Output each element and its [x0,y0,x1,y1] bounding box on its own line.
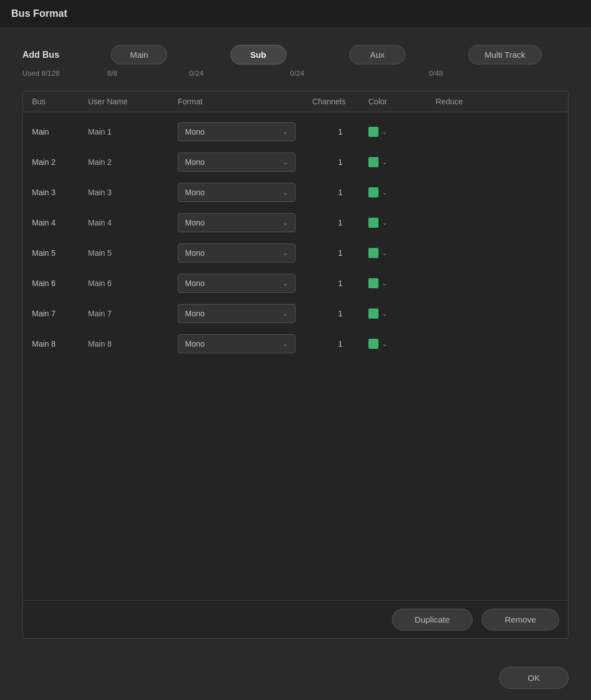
format-dropdown-5[interactable]: Mono ⌄ [178,274,296,293]
format-value-1: Mono [185,158,205,167]
format-value-0: Mono [185,127,205,136]
color-cell-0: ⌄ [368,127,436,137]
color-cell-2: ⌄ [368,187,436,197]
table-row: Main 7 Main 7 Mono ⌄ 1 ⌄ [23,298,568,329]
chevron-down-icon: ⌄ [283,188,288,196]
window-title: Bus Format [11,8,67,19]
chevron-down-icon: ⌄ [283,249,288,257]
channels-5: 1 [312,279,368,288]
table-body: Main Main 1 Mono ⌄ 1 ⌄ [23,112,568,600]
color-swatch-4[interactable] [368,248,378,258]
remove-button[interactable]: Remove [482,609,559,630]
color-cell-5: ⌄ [368,278,436,288]
chevron-down-icon: ⌄ [283,279,288,287]
channels-0: 1 [312,127,368,136]
channels-3: 1 [312,218,368,227]
color-chevron-icon-3[interactable]: ⌄ [382,219,387,227]
table-row: Main 2 Main 2 Mono ⌄ 1 ⌄ [23,147,568,177]
table-row: Main 5 Main 5 Mono ⌄ 1 ⌄ [23,238,568,268]
format-value-5: Mono [185,279,205,288]
color-chevron-icon-4[interactable]: ⌄ [382,249,387,257]
color-swatch-0[interactable] [368,127,378,137]
format-dropdown-6[interactable]: Mono ⌄ [178,304,296,323]
ok-row: OK [0,656,591,700]
col-color: Color [368,97,436,106]
color-chevron-icon-0[interactable]: ⌄ [382,128,387,136]
add-bus-buttons: Main Sub Aux Multi Track [84,45,569,65]
color-chevron-icon-1[interactable]: ⌄ [382,158,387,166]
color-cell-4: ⌄ [368,248,436,258]
bus-name-5: Main 6 [32,279,88,288]
bus-format-window: Bus Format Add Bus Main Sub Aux Multi Tr… [0,0,591,700]
format-cell-6: Mono ⌄ [178,304,312,323]
chevron-down-icon: ⌄ [283,340,288,348]
bus-name-3: Main 4 [32,218,88,227]
multi-track-bus-button[interactable]: Multi Track [468,45,542,65]
col-format: Format [178,97,312,106]
chevron-down-icon: ⌄ [283,158,288,166]
format-cell-2: Mono ⌄ [178,183,312,202]
add-bus-label: Add Bus [22,50,73,60]
color-swatch-7[interactable] [368,339,378,349]
duplicate-button[interactable]: Duplicate [392,609,473,630]
channels-6: 1 [312,309,368,318]
color-swatch-6[interactable] [368,308,378,319]
color-cell-7: ⌄ [368,339,436,349]
table-footer: Duplicate Remove [23,600,568,638]
username-0: Main 1 [88,127,178,136]
format-value-3: Mono [185,218,205,227]
color-swatch-5[interactable] [368,278,378,288]
col-reduce: Reduce [436,97,559,106]
format-dropdown-2[interactable]: Mono ⌄ [178,183,296,202]
username-2: Main 3 [88,188,178,197]
format-dropdown-1[interactable]: Mono ⌄ [178,153,296,172]
usage-label: Used 8/128 [22,69,73,77]
format-value-6: Mono [185,309,205,318]
col-bus: Bus [32,97,88,106]
format-cell-4: Mono ⌄ [178,243,312,262]
color-cell-6: ⌄ [368,308,436,319]
aux-bus-button[interactable]: Aux [349,45,405,65]
format-cell-5: Mono ⌄ [178,274,312,293]
color-swatch-2[interactable] [368,187,378,197]
usage-counts: 8/8 0/24 0/24 0/48 [73,69,569,77]
mt-usage: 0/48 [353,69,443,77]
title-bar: Bus Format [0,0,591,28]
format-dropdown-4[interactable]: Mono ⌄ [178,243,296,262]
username-5: Main 6 [88,279,178,288]
color-chevron-icon-6[interactable]: ⌄ [382,310,387,317]
username-6: Main 7 [88,309,178,318]
format-cell-3: Mono ⌄ [178,213,312,232]
chevron-down-icon: ⌄ [283,219,288,227]
sub-bus-button[interactable]: Sub [230,45,287,65]
channels-4: 1 [312,248,368,257]
main-content: Add Bus Main Sub Aux Multi Track Used 8/… [0,28,591,656]
color-swatch-3[interactable] [368,218,378,228]
bus-name-7: Main 8 [32,339,88,348]
chevron-down-icon: ⌄ [283,310,288,317]
table-row: Main 4 Main 4 Mono ⌄ 1 ⌄ [23,208,568,238]
format-dropdown-7[interactable]: Mono ⌄ [178,334,296,353]
color-chevron-icon-2[interactable]: ⌄ [382,188,387,196]
format-value-4: Mono [185,248,205,257]
table-header: Bus User Name Format Channels Color Redu… [23,91,568,112]
main-bus-button[interactable]: Main [111,45,167,65]
color-swatch-1[interactable] [368,157,378,167]
main-usage: 8/8 [73,69,151,77]
table-row: Main Main 1 Mono ⌄ 1 ⌄ [23,117,568,147]
usage-row: Used 8/128 8/8 0/24 0/24 0/48 [22,69,569,77]
format-value-7: Mono [185,339,205,348]
chevron-down-icon: ⌄ [283,128,288,136]
format-dropdown-0[interactable]: Mono ⌄ [178,122,296,141]
ok-button[interactable]: OK [499,667,569,689]
format-cell-7: Mono ⌄ [178,334,312,353]
col-channels: Channels [312,97,368,106]
format-dropdown-3[interactable]: Mono ⌄ [178,213,296,232]
color-chevron-icon-5[interactable]: ⌄ [382,279,387,287]
bus-name-6: Main 7 [32,309,88,318]
color-chevron-icon-7[interactable]: ⌄ [382,340,387,348]
username-1: Main 2 [88,158,178,167]
table-row: Main 6 Main 6 Mono ⌄ 1 ⌄ [23,268,568,298]
color-cell-3: ⌄ [368,218,436,228]
bus-name-0: Main [32,127,88,136]
